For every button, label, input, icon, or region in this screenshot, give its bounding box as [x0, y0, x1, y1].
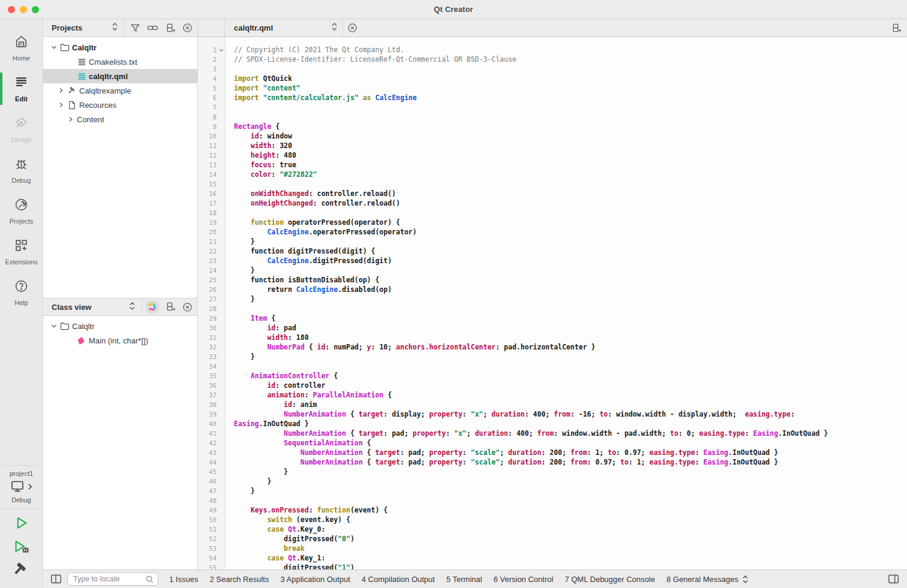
link-with-editor-button[interactable]	[146, 22, 159, 35]
projects-panel-selector[interactable]: Projects	[52, 22, 118, 34]
code-line-53[interactable]: 53 break	[198, 544, 907, 553]
tree-item-cmakelists-txt[interactable]: Cmakelists.txt	[43, 55, 197, 69]
code-line-3[interactable]: 3	[198, 64, 907, 74]
code-editor[interactable]: 1// Copyright (C) 2021 The Qt Company Lt…	[198, 37, 907, 569]
code-line-46[interactable]: 46 }	[198, 477, 907, 486]
code-line-5[interactable]: 5import "content"	[198, 83, 907, 93]
code-line-47[interactable]: 47 }	[198, 486, 907, 496]
code-line-27[interactable]: 27 }	[198, 294, 907, 304]
code-line-10[interactable]: 10 id: window	[198, 131, 907, 141]
code-line-52[interactable]: 52 digitPressed("0")	[198, 534, 907, 544]
tree-item-content[interactable]: Content	[43, 112, 197, 126]
mode-extensions[interactable]: Extensions	[0, 231, 43, 272]
code-line-28[interactable]: 28	[198, 304, 907, 313]
code-line-18[interactable]: 18	[198, 208, 907, 218]
split-editor-button[interactable]	[884, 19, 907, 37]
code-line-49[interactable]: 49 Keys.onPressed: function(event) {	[198, 505, 907, 515]
code-line-31[interactable]: 31 width: 180	[198, 333, 907, 342]
code-line-9[interactable]: 9Rectangle {	[198, 122, 907, 131]
chevron-down-icon[interactable]	[49, 44, 59, 51]
code-line-26[interactable]: 26 return CalcEngine.disabled(op)	[198, 285, 907, 294]
locator-input[interactable]	[73, 575, 145, 583]
code-line-36[interactable]: 36 id: controller	[198, 381, 907, 390]
output-pane-8-general-messages[interactable]: 8 General Messages	[666, 575, 738, 584]
output-pane-1-issues[interactable]: 1 Issues	[169, 575, 198, 584]
tree-item-calqltr[interactable]: Calqltr	[43, 319, 197, 333]
chevron-right-icon[interactable]	[56, 87, 66, 94]
code-line-34[interactable]: 34	[198, 361, 907, 371]
code-line-40[interactable]: 40Easing.InOutQuad }	[198, 419, 907, 429]
tree-item-main-int-char[interactable]: Main (int, char*[])	[43, 333, 197, 348]
debug-run-button[interactable]	[13, 538, 31, 556]
split-panel-button[interactable]	[163, 300, 176, 313]
filter-button[interactable]	[128, 22, 142, 35]
toggle-right-sidebar-button[interactable]	[885, 572, 901, 586]
mode-help[interactable]: Help	[0, 272, 43, 313]
code-line-19[interactable]: 19 function operatorPressed(operator) {	[198, 218, 907, 227]
code-line-7[interactable]: 7	[198, 102, 907, 112]
close-panel-button[interactable]	[181, 300, 194, 313]
code-line-54[interactable]: 54 case Qt.Key_1:	[198, 553, 907, 563]
run-button[interactable]	[13, 515, 31, 533]
mode-projects[interactable]: Projects	[0, 191, 43, 231]
open-document-selector[interactable]: calqltr.qml	[225, 19, 343, 37]
chevron-right-icon[interactable]	[56, 101, 66, 108]
code-line-41[interactable]: 41 NumberAnimation { target: pad; proper…	[198, 429, 907, 438]
code-line-22[interactable]: 22 function digitPressed(digit) {	[198, 246, 907, 256]
mode-debug[interactable]: Debug	[0, 150, 43, 191]
tree-item-calqltr[interactable]: Calqltr	[43, 40, 197, 55]
code-line-45[interactable]: 45 }	[198, 467, 907, 477]
tree-item-recources[interactable]: Recources	[43, 98, 197, 112]
output-pane-7-qml-debugger-console[interactable]: 7 QML Debugger Console	[564, 575, 655, 584]
chevron-right-icon[interactable]	[66, 116, 76, 123]
code-line-11[interactable]: 11 width: 320	[198, 141, 907, 150]
code-line-15[interactable]: 15	[198, 179, 907, 189]
tree-item-calqltr-qml[interactable]: calqltr.qml	[43, 69, 197, 83]
code-line-17[interactable]: 17 onHeightChanged: controller.reload()	[198, 198, 907, 208]
minimize-window-button[interactable]	[20, 6, 27, 13]
toggle-left-sidebar-button[interactable]	[48, 572, 64, 586]
mode-home[interactable]: Home	[0, 28, 43, 68]
output-pane-5-terminal[interactable]: 5 Terminal	[446, 575, 482, 584]
code-line-16[interactable]: 16 onWidthChanged: controller.reload()	[198, 189, 907, 198]
build-button[interactable]	[13, 562, 31, 580]
code-line-38[interactable]: 38 id: anim	[198, 400, 907, 409]
code-line-6[interactable]: 6import "content/calculator.js" as CalcE…	[198, 93, 907, 102]
code-line-48[interactable]: 48	[198, 496, 907, 505]
tree-item-calqltrexample[interactable]: Calqltrexample	[43, 83, 197, 98]
output-pane-4-compilation-output[interactable]: 4 Compilation Output	[362, 575, 435, 584]
code-line-1[interactable]: 1// Copyright (C) 2021 The Qt Company Lt…	[198, 45, 907, 55]
code-line-37[interactable]: 37 animation: ParallelAnimation {	[198, 390, 907, 400]
kit-target[interactable]	[10, 479, 34, 496]
code-line-42[interactable]: 42 SequentialAnimation {	[198, 438, 907, 448]
code-line-20[interactable]: 20 CalcEngine.operatorPressed(operator)	[198, 227, 907, 237]
close-document-button[interactable]	[343, 19, 361, 37]
output-pane-2-search-results[interactable]: 2 Search Results	[209, 575, 269, 584]
locator-field[interactable]	[67, 572, 158, 586]
zoom-window-button[interactable]	[32, 6, 39, 13]
output-pane-chevron-icon[interactable]	[742, 575, 749, 584]
code-line-25[interactable]: 25 function isButtonDisabled(op) {	[198, 275, 907, 285]
code-line-50[interactable]: 50 switch (event.key) {	[198, 515, 907, 524]
split-panel-button[interactable]	[163, 22, 176, 35]
code-line-21[interactable]: 21 }	[198, 237, 907, 246]
code-line-51[interactable]: 51 case Qt.Key_0:	[198, 524, 907, 534]
code-line-30[interactable]: 30 id: pad	[198, 323, 907, 333]
mode-edit[interactable]: Edit	[0, 68, 43, 109]
code-line-12[interactable]: 12 height: 480	[198, 150, 907, 160]
code-line-35[interactable]: 35 AnimationController {	[198, 371, 907, 381]
code-line-39[interactable]: 39 NumberAnimation { target: display; pr…	[198, 409, 907, 419]
code-line-14[interactable]: 14 color: "#272822"	[198, 170, 907, 179]
chevron-down-icon[interactable]	[49, 322, 59, 330]
mode-design[interactable]: Design	[0, 109, 43, 150]
class-view-selector[interactable]: Class view	[52, 301, 136, 313]
output-pane-6-version-control[interactable]: 6 Version Control	[494, 575, 554, 584]
code-line-23[interactable]: 23 CalcEngine.digitPressed(digit)	[198, 256, 907, 266]
code-line-2[interactable]: 2// SPDX-License-Identifier: LicenseRef-…	[198, 55, 907, 64]
output-pane-3-application-output[interactable]: 3 Application Output	[280, 575, 350, 584]
code-line-24[interactable]: 24 }	[198, 266, 907, 275]
code-line-13[interactable]: 13 focus: true	[198, 160, 907, 170]
code-line-33[interactable]: 33 }	[198, 352, 907, 361]
code-line-55[interactable]: 55 digitPressed("1")	[198, 563, 907, 569]
code-line-8[interactable]: 8	[198, 112, 907, 122]
